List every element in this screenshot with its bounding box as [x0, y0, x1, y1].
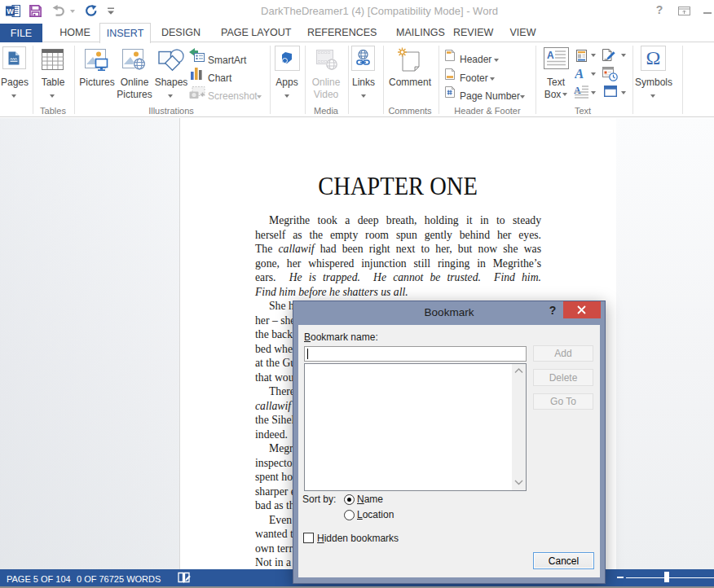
svg-text:W: W: [7, 7, 14, 15]
svg-text:A: A: [575, 67, 584, 80]
svg-text:A: A: [547, 50, 554, 61]
